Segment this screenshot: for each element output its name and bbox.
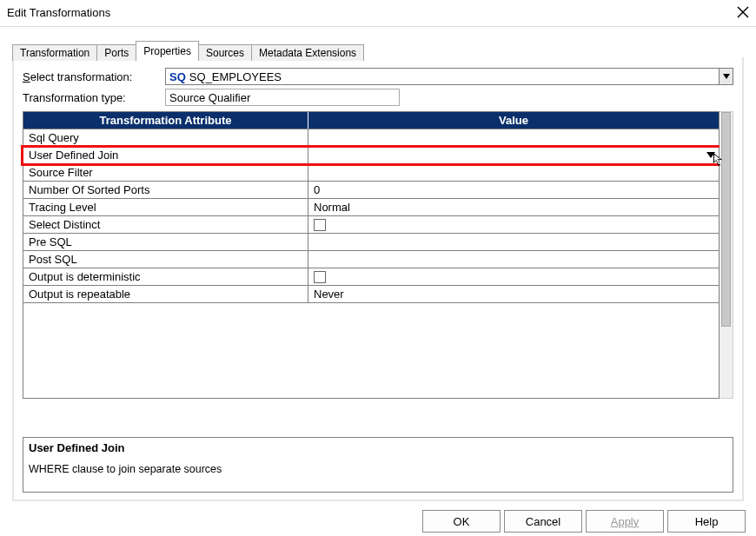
table-row[interactable]: Select Distinct xyxy=(23,215,719,233)
table-row[interactable]: Number Of Sorted Ports0 xyxy=(23,181,719,198)
cell-value[interactable] xyxy=(308,129,719,146)
cell-attribute: Output is deterministic xyxy=(23,268,308,285)
cell-attribute: Select Distinct xyxy=(23,216,308,233)
checkbox[interactable] xyxy=(314,271,326,283)
table-row[interactable]: Tracing LevelNormal xyxy=(23,198,719,215)
select-transformation-value: SQ_EMPLOYEES xyxy=(186,70,282,83)
cell-value[interactable]: Never xyxy=(308,286,719,302)
tab-sources[interactable]: Sources xyxy=(198,44,252,61)
description-text: WHERE clause to join separate sources xyxy=(29,463,727,475)
table-row[interactable]: Pre SQL xyxy=(23,233,719,250)
tabstrip: Transformation Ports Properties Sources … xyxy=(12,42,363,59)
cancel-button[interactable]: Cancel xyxy=(504,510,582,533)
cell-value[interactable] xyxy=(308,164,719,181)
cell-value-text: Normal xyxy=(314,201,350,214)
titlebar: Edit Transformations xyxy=(0,0,756,24)
cell-attribute: Source Filter xyxy=(23,164,308,181)
cell-value[interactable] xyxy=(308,251,719,268)
cell-value[interactable]: 0 xyxy=(308,182,719,198)
cell-value-text: Never xyxy=(314,288,344,301)
grid-header: Transformation Attribute Value xyxy=(23,112,719,129)
cell-value[interactable] xyxy=(308,268,719,285)
cell-attribute: Sql Query xyxy=(23,129,308,146)
description-title: User Defined Join xyxy=(29,441,727,454)
table-row[interactable]: Post SQL xyxy=(23,250,719,268)
tab-metadata-extensions[interactable]: Metadata Extensions xyxy=(251,44,364,61)
vertical-scrollbar[interactable] xyxy=(720,111,733,399)
tab-properties[interactable]: Properties xyxy=(136,41,199,59)
transformation-type-value: Source Qualifier xyxy=(165,89,400,106)
table-row[interactable]: Output is repeatableNever xyxy=(23,285,719,302)
svg-marker-3 xyxy=(706,152,715,158)
table-row[interactable]: Output is deterministic xyxy=(23,268,719,285)
grid-header-val: Value xyxy=(308,112,719,129)
cell-attribute: Pre SQL xyxy=(23,234,308,250)
select-transformation-label: Select transformation: xyxy=(23,70,165,83)
sq-prefix: SQ xyxy=(166,70,186,83)
cell-value[interactable] xyxy=(308,147,719,163)
window-title: Edit Transformations xyxy=(7,6,110,19)
cell-value[interactable] xyxy=(308,234,719,250)
tab-transformation[interactable]: Transformation xyxy=(12,44,97,61)
cell-value[interactable] xyxy=(308,216,719,233)
checkbox[interactable] xyxy=(314,219,326,231)
grid-header-attr: Transformation Attribute xyxy=(23,112,308,129)
tab-ports[interactable]: Ports xyxy=(96,44,136,61)
apply-button: Apply xyxy=(586,510,664,533)
cell-value-text: 0 xyxy=(314,183,320,196)
properties-grid: Transformation Attribute Value Sql Query… xyxy=(23,111,720,399)
cell-attribute: Post SQL xyxy=(23,251,308,268)
scrollbar-thumb[interactable] xyxy=(721,112,731,327)
titlebar-separator xyxy=(0,26,756,27)
select-transformation-combo[interactable]: SQ SQ_EMPLOYEES xyxy=(165,68,733,85)
button-bar: OK Cancel Apply Help xyxy=(422,510,746,533)
client-area: Select transformation: SQ SQ_EMPLOYEES T… xyxy=(12,57,744,501)
transformation-type-label: Transformation type: xyxy=(23,91,165,104)
ok-button[interactable]: OK xyxy=(422,510,501,533)
grid-empty-area xyxy=(23,302,719,398)
svg-marker-2 xyxy=(723,74,730,79)
table-row[interactable]: Sql Query xyxy=(23,129,719,146)
cell-attribute: User Defined Join xyxy=(23,147,308,163)
description-panel: User Defined Join WHERE clause to join s… xyxy=(23,437,733,493)
cell-attribute: Output is repeatable xyxy=(23,286,308,302)
table-row[interactable]: Source Filter xyxy=(23,163,719,181)
close-icon[interactable] xyxy=(737,6,749,18)
help-button[interactable]: Help xyxy=(667,510,746,533)
cell-attribute: Tracing Level xyxy=(23,199,308,215)
cell-value[interactable]: Normal xyxy=(308,199,719,215)
chevron-down-icon[interactable] xyxy=(705,149,717,161)
chevron-down-icon[interactable] xyxy=(719,69,733,84)
table-row[interactable]: User Defined Join xyxy=(23,146,719,163)
cell-attribute: Number Of Sorted Ports xyxy=(23,182,308,198)
